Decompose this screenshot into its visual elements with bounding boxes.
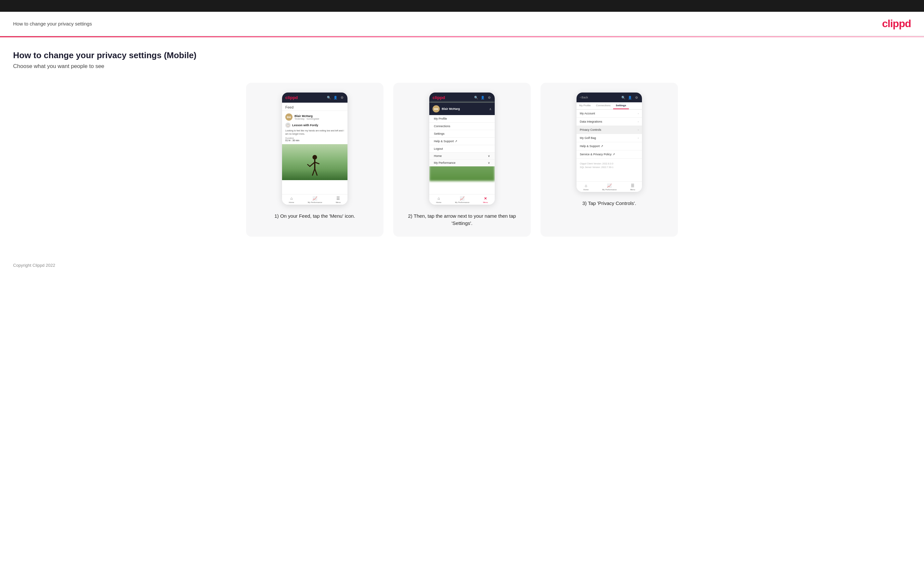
back-button: ‹ Back	[580, 96, 588, 99]
menu-item-connections: Connections	[429, 122, 495, 130]
performance-nav-icon: 📈	[312, 196, 317, 201]
menu-item-settings: Settings	[429, 130, 495, 138]
settings-item-mygolfbag-chevron: ›	[638, 137, 639, 140]
close-nav-icon: ✕	[484, 197, 487, 201]
steps-container: clippd 🔍 👤 ⚙ Feed BM Blair McHarg	[13, 83, 911, 237]
settings-item-privacycontrols-chevron: ›	[638, 129, 639, 131]
lesson-title: Lesson with Fordy	[292, 124, 318, 127]
home-nav-icon-3: ⌂	[585, 184, 587, 188]
step-2-phone: clippd 🔍 👤 ⚙ BM	[429, 92, 495, 205]
svg-point-0	[312, 155, 317, 160]
menu-item-help: Help & Support ↗	[429, 138, 495, 145]
page-heading: How to change your privacy settings (Mob…	[13, 50, 911, 60]
menu-section-performance-chevron: ∨	[488, 161, 490, 164]
menu-section-performance: My Performance ∨	[429, 160, 495, 166]
tab-connections[interactable]: Connections	[593, 102, 613, 109]
feed-label: Feed	[282, 103, 347, 111]
user-sub: Yesterday · Sunningdale	[294, 118, 319, 120]
step-3-topbar: ‹ Back 🔍 👤 ⚙	[577, 92, 642, 102]
nav-menu: ☰ Menu	[336, 196, 341, 203]
menu-chevron-icon: ∧	[489, 107, 491, 111]
settings-item-myaccount: My Account ›	[577, 110, 642, 118]
logo: clippd	[882, 18, 911, 30]
user-icon: 👤	[333, 95, 338, 100]
settings-item-serviceprivacy: Service & Privacy Policy ↗	[577, 150, 642, 158]
settings-item-privacycontrols: Privacy Controls ›	[577, 126, 642, 134]
user-icon-3: 👤	[628, 95, 632, 100]
user-name: Blair McHarg	[294, 114, 319, 118]
home-nav-icon-2: ⌂	[438, 196, 440, 201]
feed-user: BM Blair McHarg Yesterday · Sunningdale	[285, 113, 344, 121]
settings-item-mygolfbag: My Golf Bag ›	[577, 134, 642, 142]
nav-performance-2: 📈 My Performance	[455, 196, 469, 203]
step-2-bottomnav: ⌂ Home 📈 My Performance ✕ Menu	[429, 194, 495, 205]
settings-item-dataintegrations-chevron: ›	[638, 120, 639, 123]
performance-nav-label: My Performance	[308, 201, 322, 203]
nav-home: ⌂ Home	[289, 196, 294, 203]
avatar: BM	[285, 113, 292, 121]
menu-user-name: Blair McHarg	[442, 107, 460, 111]
performance-nav-icon-2: 📈	[460, 196, 465, 201]
header: How to change your privacy settings clip…	[0, 12, 924, 36]
step-3-bottomnav: ⌂ Home 📈 My Performance ☰ Menu	[577, 181, 642, 192]
step-1-content: Feed BM Blair McHarg Yesterday · Sunning…	[282, 103, 347, 194]
search-icon-2: 🔍	[474, 95, 478, 100]
step-2-topbar: clippd 🔍 👤 ⚙	[429, 92, 495, 103]
back-label: Back	[582, 96, 588, 99]
header-title: How to change your privacy settings	[13, 21, 92, 26]
settings-tabs: My Profile Connections Settings	[577, 102, 642, 110]
settings-item-helpsupport-label: Help & Support ↗	[580, 145, 603, 148]
home-nav-label: Home	[289, 201, 294, 203]
step-3-icons: 🔍 👤 ⚙	[621, 95, 639, 100]
lesson-icon: 📋	[285, 122, 291, 128]
tab-settings[interactable]: Settings	[613, 102, 629, 109]
svg-line-2	[310, 162, 315, 166]
step-1-card: clippd 🔍 👤 ⚙ Feed BM Blair McHarg	[246, 83, 383, 237]
svg-line-5	[312, 169, 315, 175]
menu-panel: BM Blair McHarg ∧ My Profile Connections…	[429, 103, 495, 166]
menu-nav-label-3: Menu	[630, 189, 635, 190]
step-3-phone: ‹ Back 🔍 👤 ⚙ My Profile Connections Sett…	[577, 92, 642, 192]
lesson-title-row: 📋 Lesson with Fordy	[285, 122, 344, 128]
settings-item-serviceprivacy-label: Service & Privacy Policy ↗	[580, 153, 615, 156]
menu-item-profile: My Profile	[429, 115, 495, 122]
copyright-text: Copyright Clippd 2022	[13, 263, 55, 268]
main-content: How to change your privacy settings (Mob…	[0, 37, 924, 256]
user-icon-2: 👤	[480, 95, 485, 100]
settings-item-helpsupport: Help & Support ↗	[577, 142, 642, 150]
tab-myprofile[interactable]: My Profile	[577, 102, 593, 109]
settings-version: Clippd Client Version: 2022.8.3-3 SQL Se…	[577, 158, 642, 170]
menu-nav-icon-3: ☰	[631, 184, 635, 188]
menu-section-home-chevron: ∨	[488, 154, 490, 158]
settings-item-dataintegrations: Data Integrations ›	[577, 118, 642, 126]
nav-menu-close: ✕ Menu	[483, 197, 488, 203]
step-1-caption: 1) On your Feed, tap the 'Menu' icon.	[275, 213, 355, 220]
settings-icon-3: ⚙	[634, 95, 639, 100]
step-2-logo: clippd	[433, 95, 445, 100]
menu-user-row: BM Blair McHarg ∧	[429, 103, 495, 115]
nav-home-3: ⌂ Home	[583, 184, 589, 190]
menu-section-home: Home ∨	[429, 153, 495, 160]
step-2-card: clippd 🔍 👤 ⚙ BM	[393, 83, 531, 237]
nav-performance-3: 📈 My Performance	[602, 184, 616, 190]
home-nav-label-2: Home	[436, 201, 441, 203]
menu-section-performance-label: My Performance	[434, 161, 456, 164]
menu-nav-label: Menu	[336, 201, 341, 203]
performance-nav-icon-3: 📈	[607, 184, 612, 188]
step-1-bottomnav: ⌂ Home 📈 My Performance ☰ Menu	[282, 194, 347, 205]
footer: Copyright Clippd 2022	[0, 256, 924, 277]
home-nav-label-3: Home	[583, 189, 589, 190]
menu-nav-icon: ☰	[336, 196, 340, 201]
settings-item-myaccount-chevron: ›	[638, 112, 639, 115]
nav-menu-3: ☰ Menu	[630, 184, 635, 190]
performance-nav-label-2: My Performance	[455, 201, 469, 203]
settings-icon-2: ⚙	[487, 95, 491, 100]
settings-item-privacycontrols-label: Privacy Controls	[580, 128, 601, 131]
lesson-desc: Looking to feel like my hands are exitin…	[285, 129, 344, 136]
user-info: Blair McHarg Yesterday · Sunningdale	[294, 114, 319, 120]
step-1-icons: 🔍 👤 ⚙	[326, 95, 344, 100]
search-icon: 🔍	[326, 95, 331, 100]
duration-value: 01 hr : 30 min	[285, 139, 344, 142]
step-3-content: My Account › Data Integrations › Privacy…	[577, 110, 642, 181]
duration-label: Duration	[285, 137, 344, 139]
